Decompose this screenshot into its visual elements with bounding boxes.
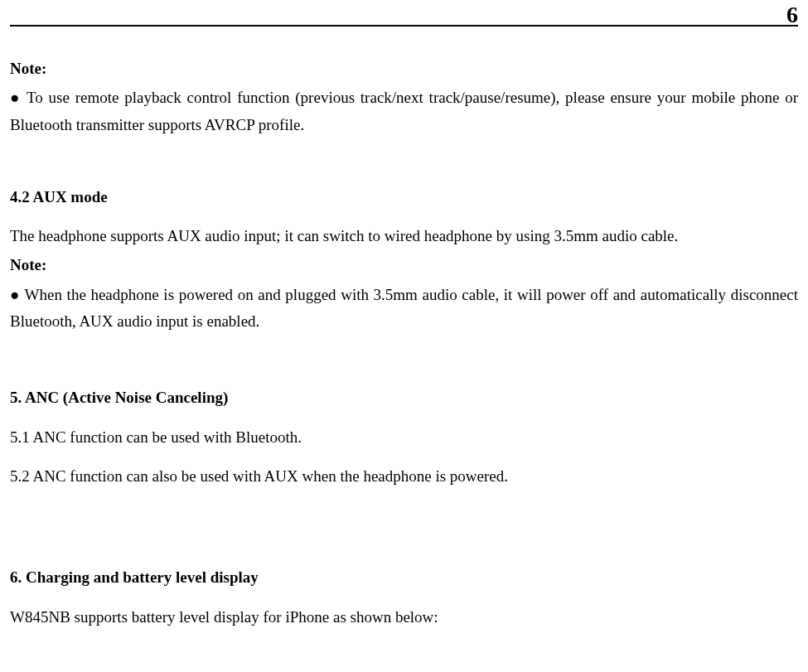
note-2-bullet: ● When the headphone is powered on and p… <box>10 282 798 336</box>
section-6-text: W845NB supports battery level display fo… <box>10 604 798 631</box>
section-4-2-title: 4.2 AUX mode <box>10 184 798 210</box>
section-5-title: 5. ANC (Active Noise Canceling) <box>10 384 798 411</box>
section-6-title: 6. Charging and battery level display <box>10 564 798 591</box>
section-5-2-text: 5.2 ANC function can also be used with A… <box>10 463 798 490</box>
page-header: 6 <box>10 0 798 27</box>
note-label-2: Note: <box>10 252 798 278</box>
note-label-1: Note: <box>10 56 798 82</box>
note-1-bullet: ● To use remote playback control functio… <box>10 85 798 138</box>
section-5-1-text: 5.1 ANC function can be used with Blueto… <box>10 424 798 451</box>
page-number: 6 <box>786 0 798 35</box>
section-4-2-text: The headphone supports AUX audio input; … <box>10 223 798 249</box>
